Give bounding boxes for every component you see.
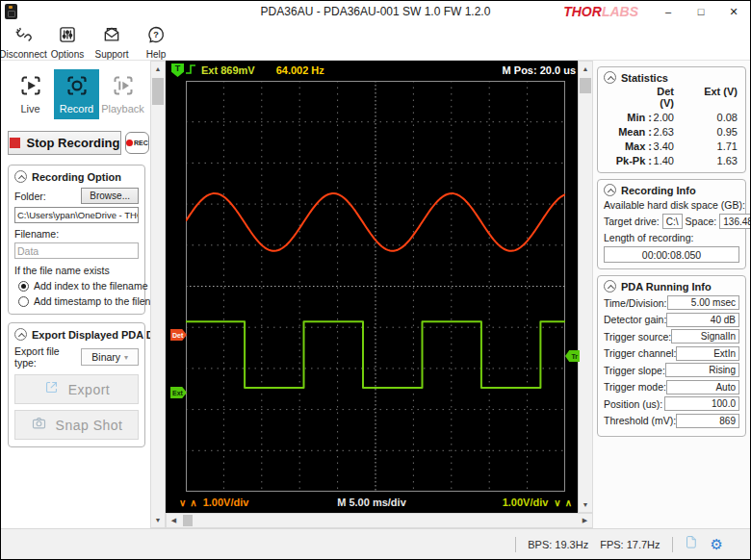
det-scale-down-arrow[interactable]: ∨ [177, 497, 188, 508]
settings-gear-icon[interactable]: ⚙ [711, 537, 723, 551]
playback-icon [112, 74, 135, 101]
live-mode-button[interactable]: Live [8, 69, 53, 119]
position-field[interactable]: 100.0 [664, 396, 739, 411]
threshold-field[interactable]: 869 [676, 414, 739, 428]
ext-volts-per-div: 1.00V/div [503, 496, 549, 508]
left-panel: Live Record Playback [1, 61, 150, 528]
trigger-slope-field[interactable]: Rising [665, 363, 739, 377]
maximize-button[interactable]: □ [685, 1, 717, 22]
scrollbar-thumb[interactable] [152, 78, 164, 105]
export-button[interactable]: Export [14, 374, 139, 404]
help-button[interactable]: ? Help [134, 22, 178, 60]
scroll-left-icon[interactable]: ◀ [167, 514, 181, 527]
browse-button[interactable]: Browse... [81, 188, 139, 204]
export-file-type-value: Binary [91, 351, 120, 363]
live-icon [19, 74, 42, 101]
trigger-channel-field[interactable]: ExtIn [676, 346, 739, 361]
log-file-icon[interactable] [685, 535, 699, 553]
playback-label: Playback [101, 103, 144, 115]
close-button[interactable]: ✕ [717, 1, 750, 22]
folder-label: Folder: [14, 191, 46, 202]
disconnect-button[interactable]: Disconnect [1, 22, 45, 60]
det-column-header: Det (V) [652, 86, 686, 109]
detector-gain-field[interactable]: 40 dB [666, 313, 739, 327]
collapse-icon[interactable] [604, 280, 616, 293]
support-icon [102, 25, 121, 48]
bps-readout: BPS: 19.3Hz [528, 539, 588, 550]
snapshot-button[interactable]: Snap Shot [14, 410, 139, 440]
pda-row-label: Trigger mode: [604, 381, 666, 393]
rising-edge-icon [186, 62, 196, 79]
pda-row-label: Threshold (mV): [604, 415, 676, 426]
trigger-level-marker[interactable]: Tr [565, 350, 580, 362]
scope-horizontal-scrollbar[interactable]: ◀ ▶ [166, 513, 593, 528]
recording-info-title: Recording Info [621, 185, 696, 196]
scroll-down-icon[interactable]: ▼ [151, 513, 165, 527]
rec-indicator: REC [125, 132, 149, 154]
camera-icon [31, 415, 47, 435]
scope-top-bar: T Ext 869mV 64.002 Hz M Pos: 20.0 us [166, 61, 578, 80]
rec-label: REC [134, 140, 148, 146]
statistics-title: Statistics [621, 72, 668, 84]
stat-value: 0.08 [686, 112, 739, 123]
support-button[interactable]: Support [90, 22, 134, 60]
stat-row-label: Min : [604, 112, 652, 123]
trigger-mode-field[interactable]: Auto [666, 380, 739, 395]
collapse-icon[interactable] [604, 71, 616, 84]
frequency-readout: 64.002 Hz [276, 64, 324, 76]
toolbar: Disconnect Options Support ? Help [1, 22, 750, 61]
pda-row-label: Detector gain: [604, 314, 666, 325]
playback-mode-button[interactable]: Playback [100, 69, 145, 119]
scroll-down-icon[interactable]: ▼ [579, 497, 592, 512]
help-icon: ? [146, 25, 166, 48]
det-scale-up-arrow[interactable]: ∧ [188, 497, 198, 508]
scroll-up-icon[interactable]: ▲ [151, 62, 165, 76]
pda-running-info-title: PDA Running Info [621, 281, 712, 293]
thorlabs-logo: THORLABS [563, 4, 638, 19]
record-mode-button[interactable]: Record [54, 69, 99, 119]
stat-value: 0.95 [686, 126, 739, 138]
collapse-icon[interactable] [604, 184, 616, 196]
radio-icon [18, 281, 29, 292]
minimize-button[interactable]: – [652, 1, 685, 22]
scroll-up-icon[interactable]: ▲ [579, 62, 592, 76]
stop-recording-button[interactable]: Stop Recording [8, 131, 121, 155]
separator [672, 537, 673, 552]
main-area: Live Record Playback [1, 61, 750, 528]
scrollbar-thumb[interactable] [183, 515, 193, 526]
add-index-radio[interactable]: Add index to the filename [18, 280, 139, 292]
det-volts-per-div: 1.00V/div [203, 496, 249, 508]
fps-readout: FPS: 17.7Hz [600, 539, 660, 550]
ext-column-header: Ext (V) [686, 86, 739, 109]
scrollbar-thumb[interactable] [580, 78, 591, 93]
trigger-level-label: Ext 869mV [201, 64, 255, 76]
collapse-icon[interactable] [14, 328, 27, 341]
titlebar: PDA36AU - PDA36AU-001 SW 1.0 FW 1.2.0 TH… [1, 1, 750, 22]
scroll-right-icon[interactable]: ▶ [578, 514, 592, 527]
export-file-type-select[interactable]: Binary ▾ [81, 348, 139, 366]
trigger-source-field[interactable]: SignalIn [671, 329, 739, 344]
stat-value: 2.63 [652, 126, 686, 138]
filename-field[interactable]: Data [14, 242, 139, 259]
add-index-label: Add index to the filename [34, 280, 148, 292]
status-bar: BPS: 19.3Hz FPS: 17.7Hz ⚙ [1, 528, 750, 559]
pda-row-label: Time/Division: [604, 297, 667, 309]
collapse-icon[interactable] [14, 170, 27, 183]
target-drive-field[interactable]: C:\ [662, 214, 683, 229]
det-channel-marker[interactable]: Det [170, 329, 187, 341]
export-icon [43, 379, 60, 399]
left-panel-scrollbar[interactable]: ▲ ▼ [150, 61, 166, 528]
ext-scale-down-arrow[interactable]: ∨ [552, 497, 562, 508]
export-button-label: Export [68, 382, 110, 397]
add-timestamp-radio[interactable]: Add timestamp to the filename [18, 295, 139, 307]
folder-path-field[interactable]: C:\Users\ypan\OneDrive - THORLABS [14, 207, 139, 223]
ext-scale-up-arrow[interactable]: ∧ [563, 497, 574, 508]
scope-vertical-scrollbar[interactable]: ▲ ▼ [578, 61, 593, 513]
ext-channel-marker[interactable]: Ext [170, 387, 187, 398]
time-division-field[interactable]: 5.00 msec [667, 295, 739, 310]
app-window: PDA36AU - PDA36AU-001 SW 1.0 FW 1.2.0 TH… [0, 0, 751, 560]
rec-dot-icon [126, 140, 133, 146]
radio-icon [18, 296, 29, 307]
options-button[interactable]: Options [45, 22, 90, 60]
support-label: Support [94, 49, 128, 60]
